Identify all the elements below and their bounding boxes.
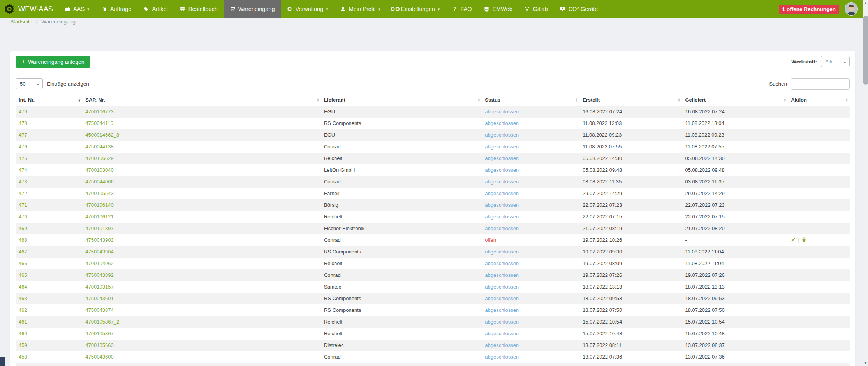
status-link[interactable]: abgeschlossen (485, 144, 519, 150)
column-header-sap-nr[interactable]: SAP.-Nr.▲▼ (82, 94, 321, 106)
int-nr-link[interactable]: 475 (19, 155, 27, 161)
status-link[interactable]: abgeschlossen (485, 296, 519, 301)
sap-nr-link[interactable]: 4750043600 (85, 354, 113, 360)
lieferant-cell: Conrad (324, 237, 341, 243)
nav-item-aas[interactable]: AAS▾ (58, 0, 95, 18)
sap-nr-link[interactable]: 4700106629 (85, 155, 113, 161)
status-link[interactable]: abgeschlossen (485, 190, 519, 196)
status-link[interactable]: abgeschlossen (485, 307, 519, 313)
status-link[interactable]: abgeschlossen (485, 155, 519, 161)
sap-nr-link[interactable]: 4700105663 (85, 342, 113, 348)
int-nr-link[interactable]: 464 (19, 284, 27, 290)
nav-item-faq[interactable]: ?FAQ (445, 0, 477, 18)
int-nr-link[interactable]: 460 (19, 331, 27, 336)
int-nr-link[interactable]: 471 (19, 202, 27, 208)
column-header-erstellt[interactable]: Erstellt▲▼ (579, 94, 682, 106)
int-nr-link[interactable]: 465 (19, 272, 27, 278)
sap-nr-link[interactable]: 4750043903 (85, 237, 113, 243)
int-nr-link[interactable]: 468 (19, 237, 27, 243)
int-nr-link[interactable]: 458 (19, 354, 27, 360)
nav-item-emweb[interactable]: EMWeb (477, 0, 518, 18)
nav-item-mein-profil[interactable]: Mein Profil▾ (334, 0, 386, 18)
int-nr-link[interactable]: 459 (19, 342, 27, 348)
nav-item-verwaltung[interactable]: ⚙Verwaltung▾ (281, 0, 334, 18)
status-link[interactable]: abgeschlossen (485, 342, 519, 348)
sap-nr-link[interactable]: 4700104962 (85, 260, 113, 266)
status-link[interactable]: abgeschlossen (485, 132, 519, 138)
int-nr-link[interactable]: 469 (19, 225, 27, 231)
int-nr-link[interactable]: 476 (19, 144, 27, 150)
edit-button[interactable] (791, 237, 796, 243)
nav-item-co-ger-te[interactable]: CO²-Geräte (554, 0, 604, 18)
sap-nr-link[interactable]: 4700103040 (85, 167, 113, 173)
status-link[interactable]: abgeschlossen (485, 167, 519, 173)
int-nr-link[interactable]: 478 (19, 120, 27, 126)
status-link[interactable]: abgeschlossen (485, 354, 519, 360)
int-nr-link[interactable]: 473 (19, 179, 27, 185)
sap-nr-link[interactable]: 4750044138 (85, 144, 113, 150)
status-link[interactable]: abgeschlossen (485, 284, 519, 290)
sap-nr-link[interactable]: 4700101397 (85, 225, 113, 231)
status-link[interactable]: abgeschlossen (485, 260, 519, 266)
status-link[interactable]: abgeschlossen (485, 109, 519, 114)
int-nr-link[interactable]: 474 (19, 167, 27, 173)
int-nr-link[interactable]: 463 (19, 296, 27, 301)
column-header-lieferant[interactable]: Lieferant▲▼ (321, 94, 482, 106)
geliefert-cell: 05.08.2022 09:48 (685, 167, 724, 173)
user-avatar[interactable] (845, 2, 858, 16)
scroll-up-arrow[interactable]: ▲ (863, 0, 868, 6)
column-header-geliefert[interactable]: Geliefert▲▼ (682, 94, 788, 106)
sap-nr-link[interactable]: 4750043601 (85, 296, 113, 301)
sap-nr-link[interactable]: 4750043874 (85, 307, 113, 313)
sap-nr-link[interactable]: 4750044116 (85, 120, 113, 126)
status-link[interactable]: abgeschlossen (485, 249, 519, 255)
nav-item-artikel[interactable]: Artikel (137, 0, 173, 18)
status-link[interactable]: abgeschlossen (485, 179, 519, 185)
sap-nr-link[interactable]: 4700105867 (85, 331, 113, 336)
sap-nr-link[interactable]: 4700106121 (85, 214, 113, 220)
status-link[interactable]: abgeschlossen (485, 272, 519, 278)
int-nr-link[interactable]: 461 (19, 319, 27, 325)
scrollbar-thumb[interactable] (863, 16, 868, 85)
sap-nr-link[interactable]: 4500014662_8 (85, 132, 119, 138)
int-nr-link[interactable]: 466 (19, 260, 27, 266)
column-header-int-nr[interactable]: Int.-Nr.▲▼ (16, 94, 82, 106)
open-invoices-badge[interactable]: 1 offene Rechnungen (779, 5, 839, 14)
int-nr-link[interactable]: 479 (19, 109, 27, 114)
create-wareneingang-button[interactable]: + Wareneingang anlegen (16, 56, 90, 68)
status-link[interactable]: abgeschlossen (485, 202, 519, 208)
sap-nr-link[interactable]: 4700105867_2 (85, 319, 119, 325)
nav-item-wareneingang[interactable]: Wareneingang (224, 0, 281, 18)
int-nr-link[interactable]: 467 (19, 249, 27, 255)
column-header-status[interactable]: Status▲▼ (482, 94, 579, 106)
breadcrumb-home-link[interactable]: Startseite (10, 19, 32, 25)
nav-item-einstellungen[interactable]: ⚙⚙Einstellungen▾ (386, 0, 446, 18)
nav-item-auftr-ge[interactable]: Aufträge (95, 0, 137, 18)
status-link[interactable]: abgeschlossen (485, 331, 519, 336)
delete-button[interactable] (801, 237, 806, 243)
sap-nr-link[interactable]: 4750043892 (85, 272, 113, 278)
status-link[interactable]: abgeschlossen (485, 319, 519, 325)
sap-nr-link[interactable]: 4700106140 (85, 202, 113, 208)
scroll-down-arrow[interactable]: ▼ (863, 360, 868, 366)
status-link[interactable]: abgeschlossen (485, 214, 519, 220)
int-nr-link[interactable]: 477 (19, 132, 27, 138)
sap-nr-link[interactable]: 4750043904 (85, 249, 113, 255)
werkstatt-select[interactable]: Alle ⌄ (821, 56, 850, 67)
sap-nr-link[interactable]: 4700103157 (85, 284, 113, 290)
sap-nr-link[interactable]: 4700106773 (85, 109, 113, 114)
status-link[interactable]: abgeschlossen (485, 225, 519, 231)
vertical-scrollbar[interactable]: ▲ ▼ (863, 0, 868, 366)
sap-nr-link[interactable]: 4700105543 (85, 190, 113, 196)
nav-item-gitlab[interactable]: Gitlab (518, 0, 554, 18)
int-nr-link[interactable]: 462 (19, 307, 27, 313)
int-nr-link[interactable]: 470 (19, 214, 27, 220)
brand[interactable]: WEW-AAS (0, 0, 58, 18)
nav-item-bestellbuch[interactable]: Bestellbuch (174, 0, 224, 18)
int-nr-link[interactable]: 472 (19, 190, 27, 196)
page-size-select[interactable]: 50 ⌄ (16, 78, 43, 89)
status-link[interactable]: abgeschlossen (485, 120, 519, 126)
sap-nr-link[interactable]: 4750044066 (85, 179, 113, 185)
search-input[interactable] (791, 78, 850, 90)
column-header-aktion[interactable]: Aktion▲▼ (788, 94, 850, 106)
